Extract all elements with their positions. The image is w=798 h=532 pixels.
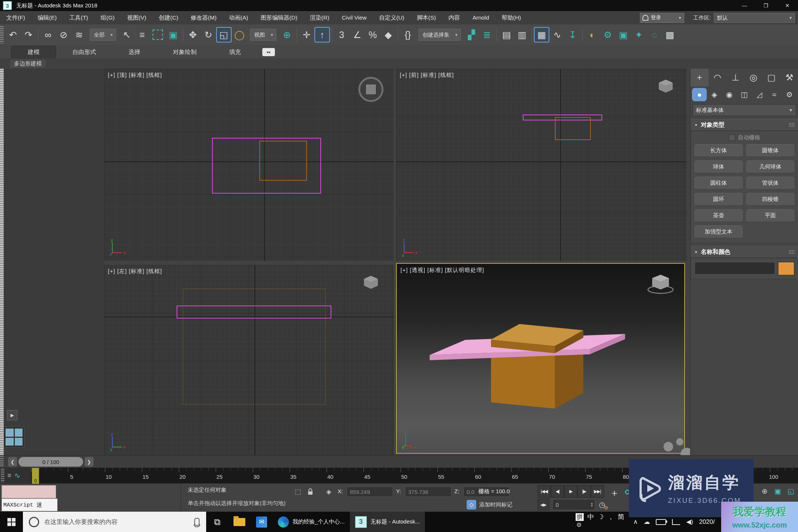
menu-item[interactable]: 创建(C)	[153, 11, 185, 24]
render-production-icon[interactable]: ✦	[631, 27, 647, 42]
cameras-icon[interactable]: ◫	[737, 90, 752, 99]
layer-explorer-icon[interactable]: ▥	[514, 27, 530, 42]
undo-icon[interactable]: ↶	[5, 27, 21, 42]
maximize-button[interactable]: ❐	[755, 0, 777, 11]
utilities-tab-icon[interactable]: ⚒	[780, 69, 798, 86]
select-by-name-icon[interactable]: ≡	[134, 27, 150, 42]
viewport-left[interactable]: [+] [左] [标准] [线框] z x y	[104, 265, 394, 455]
menu-item[interactable]: 视图(V)	[121, 11, 153, 24]
ime-mode-icon[interactable]: ☽	[598, 513, 604, 521]
isolate-selection-icon[interactable]: ⬚	[293, 487, 303, 497]
add-time-tag[interactable]: ◇ 添加时间标记	[467, 500, 512, 509]
select-object-icon[interactable]: ↖	[119, 27, 134, 42]
workspace-dropdown[interactable]: 默认 ▼	[714, 13, 795, 23]
select-and-scale-icon[interactable]: ◱	[216, 27, 232, 42]
object-button-四棱锥[interactable]: 四棱锥	[746, 193, 794, 206]
task-3dsmax[interactable]: 3无标题 - Autodesk...	[350, 512, 425, 532]
hierarchy-tab-icon[interactable]: ⊥	[726, 69, 744, 86]
x-coord-field[interactable]: 859.249	[347, 487, 393, 497]
object-button-圆柱体[interactable]: 圆柱体	[695, 177, 743, 190]
autogrid-checkbox[interactable]	[729, 134, 735, 141]
ribbon-tab-自由形式[interactable]: 自由形式	[56, 46, 112, 58]
ribbon-tab-建模[interactable]: 建模	[11, 46, 56, 58]
zoom-icon[interactable]: ⊕	[758, 484, 771, 498]
menu-item[interactable]: 文件(F)	[0, 11, 31, 24]
keyboard-override-icon[interactable]: ↑	[314, 27, 330, 42]
viewport-label[interactable]: [+] [透视] [标准] [默认明暗处理]	[400, 267, 484, 274]
menu-item[interactable]: Civil View	[335, 11, 373, 24]
render-cloud-icon[interactable]: ◌	[647, 27, 662, 42]
viewport-label[interactable]: [+] [顶] [标准] [线框]	[108, 72, 162, 79]
start-button[interactable]	[0, 512, 23, 532]
menu-item[interactable]: Arnold	[466, 11, 495, 24]
scene-3d[interactable]	[397, 264, 685, 454]
zoom-extents-all-icon[interactable]: ◱	[784, 484, 797, 498]
object-name-field[interactable]	[695, 262, 775, 274]
track-bar-grip[interactable]	[1, 469, 4, 482]
track-bar-options-icon[interactable]: ≡	[7, 472, 11, 480]
select-and-move-icon[interactable]: ✥	[185, 27, 201, 42]
align-icon[interactable]: ≣	[479, 27, 495, 42]
ribbon-tab-选择[interactable]: 选择	[112, 46, 157, 58]
select-and-link-icon[interactable]: ∞	[40, 27, 56, 42]
helpers-icon[interactable]: ◿	[752, 90, 767, 99]
category-dropdown[interactable]: 标准基本体 ▼	[693, 104, 796, 116]
y-coord-field[interactable]: 375.736	[405, 487, 451, 497]
geometry-icon[interactable]: ●	[692, 88, 707, 101]
ime-mode-icon[interactable]: 中	[587, 512, 594, 521]
viewport-label[interactable]: [+] [前] [标准] [线框]	[400, 72, 454, 79]
menu-item[interactable]: 工具(T)	[63, 11, 94, 24]
display-tab-icon[interactable]: ▢	[763, 69, 781, 86]
object-button-圆环[interactable]: 圆环	[695, 193, 743, 206]
ribbon-toggle-icon[interactable]: ▦	[534, 27, 549, 42]
use-pivot-center-icon[interactable]: ⊕	[279, 27, 295, 42]
viewport-top[interactable]: [+] [顶] [标准] [线框] y x	[104, 69, 394, 261]
next-frame-arrow[interactable]: ❯	[85, 457, 93, 467]
lights-icon[interactable]: ◉	[722, 90, 737, 99]
mirror-icon[interactable]: ▞	[464, 27, 479, 42]
angle-snap-icon[interactable]: ∠	[349, 27, 365, 42]
menu-item[interactable]: 自定义(U)	[373, 11, 410, 24]
systems-icon[interactable]: ⚙	[782, 90, 797, 99]
name-color-rollout-header[interactable]: ▼ 名称和颜色	[690, 246, 798, 258]
set-keys-icon[interactable]: ＋	[610, 487, 619, 499]
menu-item[interactable]: 编辑(E)	[31, 11, 63, 24]
maxscript-mini-listener-white[interactable]: MAXScript 迷	[1, 498, 58, 511]
menu-item[interactable]: 动画(A)	[223, 11, 255, 24]
time-configuration-icon[interactable]: ◷⚙	[599, 500, 605, 509]
clock-date[interactable]: 2020/	[699, 518, 715, 526]
polygon-modeling-panel[interactable]: 多边形建模	[10, 59, 45, 68]
previous-frame-arrow[interactable]: ❮	[8, 457, 17, 467]
selection-filter-dropdown[interactable]: 全部▼	[90, 29, 116, 41]
viewport-perspective[interactable]: [+] [透视] [标准] [默认明暗处理] z y x	[396, 263, 685, 454]
login-button[interactable]: 登录 ▼	[640, 13, 684, 23]
previous-frame-button[interactable]: ◀|	[551, 485, 564, 498]
volume-icon[interactable]: ◀)	[686, 518, 693, 526]
rect-selection-region-icon[interactable]	[150, 27, 166, 42]
battery-icon[interactable]	[656, 519, 666, 525]
object-type-rollout-header[interactable]: ▼ 对象类型	[690, 119, 798, 131]
viewport-front[interactable]: [+] [前] [标准] [线框] z y x	[396, 69, 686, 261]
object-button-加强型文本[interactable]: 加强型文本	[695, 225, 743, 238]
object-button-长方体[interactable]: 长方体	[695, 144, 743, 157]
curve-editor-icon[interactable]: ∿	[549, 27, 565, 42]
menu-item[interactable]: 渲染(R)	[304, 11, 336, 24]
modify-tab-icon[interactable]: ◠	[709, 69, 727, 86]
next-frame-button[interactable]: |▶	[577, 485, 591, 498]
ime-mode-icon[interactable]: 拼	[576, 513, 584, 521]
viewport-layout-tab-icon[interactable]	[4, 427, 24, 447]
task-view-button[interactable]: ⧉	[206, 512, 228, 532]
taskbar-search[interactable]: 在这里输入你要搜索的内容	[23, 512, 206, 532]
zoom-extents-icon[interactable]: ▣	[771, 484, 784, 498]
shapes-icon[interactable]: ◈	[707, 90, 722, 99]
time-slider-handle[interactable]: 0 / 100	[18, 457, 83, 467]
menu-item[interactable]: 脚本(S)	[410, 11, 442, 24]
motion-tab-icon[interactable]: ◎	[744, 69, 763, 86]
edit-named-sets-icon[interactable]: {}	[400, 27, 416, 42]
ribbon-tab-对象绘制[interactable]: 对象绘制	[157, 46, 213, 58]
asset-library-icon[interactable]: ▩	[662, 27, 678, 42]
plane-wireframe-left[interactable]	[177, 306, 331, 318]
object-button-平面[interactable]: 平面	[746, 209, 794, 222]
ime-settings-icon[interactable]: ⚙	[575, 521, 630, 528]
select-and-rotate-icon[interactable]: ↻	[201, 27, 216, 42]
